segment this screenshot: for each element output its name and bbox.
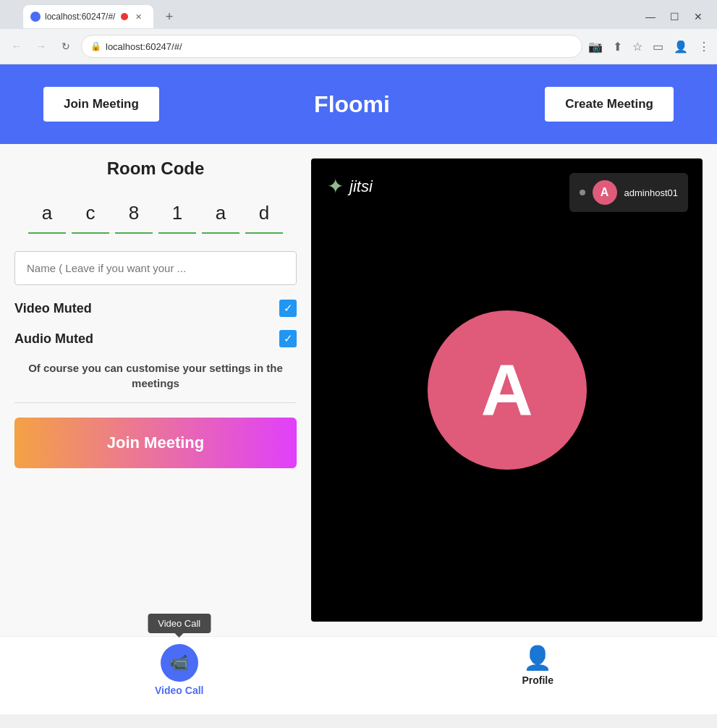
bookmark-icon[interactable]: ☆ xyxy=(632,40,642,54)
video-call-icon[interactable]: 📹 xyxy=(161,644,198,682)
cast-icon[interactable]: 📷 xyxy=(588,40,603,54)
audio-muted-label: Audio Muted xyxy=(14,331,93,347)
tab-recording-dot xyxy=(121,13,128,20)
new-tab-button[interactable]: + xyxy=(159,7,179,27)
code-char-4[interactable] xyxy=(202,193,239,234)
video-call-nav-item[interactable]: Video Call 📹 Video Call xyxy=(0,644,359,702)
tab-favicon xyxy=(30,12,41,22)
close-button[interactable]: ✕ xyxy=(694,11,703,22)
code-char-2[interactable] xyxy=(115,193,153,234)
tab-title: localhost:60247/#/ xyxy=(45,12,115,22)
forward-button[interactable]: → xyxy=(32,37,51,56)
video-call-label: Video Call xyxy=(155,685,203,696)
code-char-3[interactable] xyxy=(158,193,196,234)
pip-status-dot xyxy=(580,190,585,195)
url-text: localhost:60247/#/ xyxy=(106,41,182,52)
minimize-button[interactable]: — xyxy=(645,11,656,22)
avatar-letter: A xyxy=(480,349,533,432)
pip-avatar-letter: A xyxy=(601,186,609,199)
divider xyxy=(14,402,297,403)
url-bar[interactable]: 🔒 localhost:60247/#/ xyxy=(81,35,582,58)
tab-close-button[interactable]: ✕ xyxy=(132,11,144,22)
back-button[interactable]: ← xyxy=(7,37,26,56)
jitsi-text: jitsi xyxy=(349,177,373,196)
address-bar: ← → ↻ 🔒 localhost:60247/#/ 📷 ⬆ ☆ ▭ 👤 ⋮ xyxy=(0,29,717,64)
video-call-tooltip: Video Call xyxy=(148,614,211,633)
pip-avatar: A xyxy=(593,180,617,205)
profile-label: Profile xyxy=(522,674,553,686)
profile-icon[interactable]: 👤 xyxy=(674,40,688,54)
join-meeting-header-button[interactable]: Join Meeting xyxy=(43,87,159,122)
reload-button[interactable]: ↻ xyxy=(56,37,75,56)
reader-mode-icon[interactable]: ▭ xyxy=(653,40,663,54)
code-char-1[interactable] xyxy=(72,193,109,234)
name-input[interactable] xyxy=(14,251,297,285)
code-char-5[interactable] xyxy=(245,193,283,234)
pip-overlay: A adminhost01 xyxy=(569,173,688,212)
video-icon: 📹 xyxy=(169,653,189,672)
pip-name: adminhost01 xyxy=(624,187,678,198)
video-panel: ✦ jitsi A A adminhost01 xyxy=(311,158,703,622)
user-avatar-large: A xyxy=(428,310,587,470)
lock-icon: 🔒 xyxy=(90,41,101,51)
room-code-title: Room Code xyxy=(14,158,297,179)
video-muted-row: Video Muted ✓ xyxy=(14,300,297,317)
video-muted-label: Video Muted xyxy=(14,301,92,316)
maximize-button[interactable]: ☐ xyxy=(670,11,679,22)
audio-muted-checkbox[interactable]: ✓ xyxy=(279,330,297,347)
profile-person-icon: 👤 xyxy=(523,644,552,672)
profile-nav-item[interactable]: 👤 Profile xyxy=(359,644,718,692)
jitsi-icon: ✦ xyxy=(327,174,344,198)
check-icon: ✓ xyxy=(284,302,293,315)
audio-muted-row: Audio Muted ✓ xyxy=(14,330,297,347)
video-muted-checkbox[interactable]: ✓ xyxy=(279,300,297,317)
jitsi-logo: ✦ jitsi xyxy=(327,174,373,198)
main-content: Room Code Video Muted ✓ Audio Muted ✓ Of… xyxy=(0,144,717,636)
app-header: Join Meeting Floomi Create Meeting xyxy=(0,64,717,144)
join-meeting-button[interactable]: Join Meeting xyxy=(14,418,297,468)
app-title: Floomi xyxy=(159,91,545,118)
create-meeting-header-button[interactable]: Create Meeting xyxy=(545,87,674,122)
bottom-bar: Video Call 📹 Video Call 👤 Profile xyxy=(0,636,717,714)
code-inputs xyxy=(14,193,297,234)
left-panel: Room Code Video Muted ✓ Audio Muted ✓ Of… xyxy=(14,158,297,622)
check-icon-audio: ✓ xyxy=(284,332,293,345)
toolbar-icons: 📷 ⬆ ☆ ▭ 👤 ⋮ xyxy=(588,40,710,54)
browser-tab[interactable]: localhost:60247/#/ ✕ xyxy=(23,5,153,28)
more-options-icon[interactable]: ⋮ xyxy=(698,40,710,54)
customise-text: Of course you can customise your setting… xyxy=(14,360,297,391)
video-call-icon-wrapper: Video Call 📹 xyxy=(161,644,198,682)
tab-bar: localhost:60247/#/ ✕ + — ☐ ✕ xyxy=(0,0,717,29)
share-icon[interactable]: ⬆ xyxy=(613,40,622,54)
code-char-0[interactable] xyxy=(28,193,66,234)
browser-chrome: localhost:60247/#/ ✕ + — ☐ ✕ ← → ↻ 🔒 loc… xyxy=(0,0,717,64)
window-controls: — ☐ ✕ xyxy=(645,11,711,22)
